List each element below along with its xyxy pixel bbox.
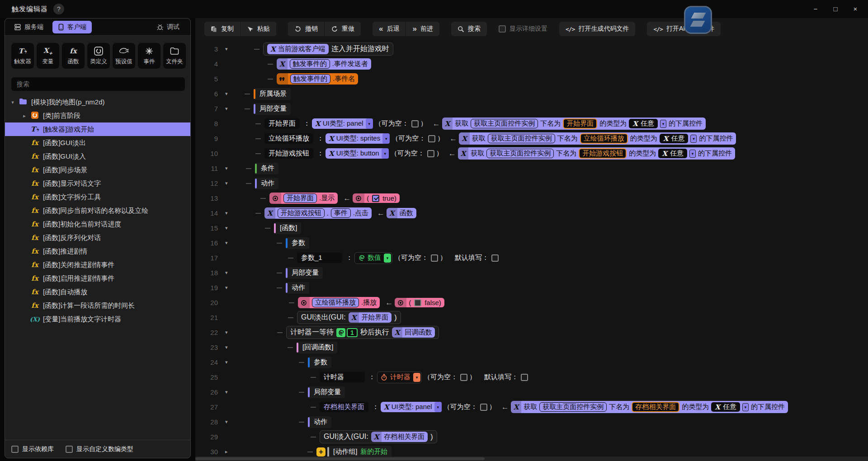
checkbox-empty[interactable] <box>521 374 528 381</box>
node-chip[interactable]: XUI类型: sprites▾ <box>326 133 390 144</box>
node-chip[interactable]: XUI类型: panel▾ <box>312 118 373 129</box>
chevron-down-icon[interactable]: ▾ <box>225 165 237 171</box>
any-type-box[interactable]: X任意 <box>660 134 689 143</box>
node-chip[interactable]: XUI类型: panel▾ <box>381 402 442 412</box>
name-input-box[interactable]: 立绘循环播放 <box>264 133 313 144</box>
checkbox-empty[interactable] <box>428 135 435 142</box>
maximize-button[interactable]: □ <box>829 3 842 15</box>
dropdown-arrow-icon[interactable]: ▾ <box>382 148 389 159</box>
tree-item[interactable]: fx[函数]文字拆分工具 <box>5 190 190 204</box>
section-label[interactable]: 所属场景 <box>254 88 291 100</box>
name-literal-box[interactable]: 开始界面 <box>563 118 597 129</box>
dropdown-arrow-icon[interactable]: ▾ <box>742 403 749 411</box>
footer-checkbox-显示依赖库[interactable]: 显示依赖库 <box>11 445 54 453</box>
chevron-down-icon[interactable]: ▾ <box>225 106 237 112</box>
value-box[interactable]: 触发事件的 <box>290 59 330 69</box>
chevron-right-icon[interactable]: ▸ <box>225 449 237 455</box>
horizontal-scrollbar[interactable] <box>195 456 868 461</box>
name-input-box[interactable]: 参数_1 <box>297 253 342 263</box>
tab-server[interactable]: 服务端 <box>9 21 49 33</box>
value-box[interactable]: 开始界面 <box>283 193 317 203</box>
tree-item[interactable]: fx[函数]自动播放 <box>5 285 190 299</box>
tree-item[interactable]: fx[函数]同步当前对话的名称以及立绘 <box>5 204 190 217</box>
dropdown-arrow-icon[interactable]: ▾ <box>690 135 697 143</box>
tree-item[interactable]: fx[函数]GUI淡出 <box>5 136 190 150</box>
value-box[interactable]: 开始游戏按钮 <box>278 208 325 218</box>
checkbox-empty[interactable] <box>491 254 499 262</box>
chevron-down-icon[interactable]: ▾ <box>225 344 237 350</box>
tool-folder-button[interactable]: 文件夹 <box>163 43 186 69</box>
section-label[interactable]: 动作 <box>308 416 331 428</box>
checkbox[interactable] <box>66 446 73 453</box>
tree-item[interactable]: Tϟ[触发器]游戏开始 <box>5 122 190 136</box>
value-box[interactable]: 获取主页面控件实例 <box>486 149 554 158</box>
dropdown-arrow-icon[interactable]: ▾ <box>413 373 420 382</box>
value-box[interactable]: 获取主页面控件实例 <box>488 134 555 143</box>
chevron-right-icon[interactable]: ▸ <box>21 113 28 119</box>
type-select-chip[interactable]: 数值▾ <box>354 252 392 264</box>
name-input-box[interactable]: 开始界面 <box>264 118 300 129</box>
node-chip[interactable]: X函数 <box>387 208 416 218</box>
footer-checkbox-显示自定义数编类型[interactable]: 显示自定义数编类型 <box>66 445 133 453</box>
section-label[interactable]: 局部变量 <box>254 103 291 115</box>
any-type-box[interactable]: X任意 <box>658 149 687 158</box>
minimize-button[interactable]: − <box>809 3 822 15</box>
search-input[interactable] <box>11 77 185 91</box>
detail-settings-checkbox[interactable]: 显示详细设置 <box>499 25 547 33</box>
node-chip[interactable]: (false) <box>395 298 444 307</box>
chevron-down-icon[interactable]: ▾ <box>9 99 16 105</box>
node-chip[interactable]: X当前游戏客户端 <box>267 44 329 54</box>
name-literal-box[interactable]: 存档相关界面 <box>632 402 679 412</box>
node-group[interactable]: X当前游戏客户端连入并开始游戏时 <box>263 42 393 56</box>
section-label[interactable]: 参数 <box>286 237 309 249</box>
chevron-down-icon[interactable]: ▾ <box>225 46 237 52</box>
name-literal-box[interactable]: 立绘循环播放 <box>580 133 628 144</box>
node-chip[interactable]: XUI类型: button▾ <box>326 148 389 159</box>
tree-item[interactable]: fx[函数]推进剧情 <box>5 245 190 258</box>
chevron-down-icon[interactable]: ▾ <box>225 91 237 97</box>
checkbox[interactable] <box>499 25 506 33</box>
dropdown-arrow-icon[interactable]: ▾ <box>689 150 696 158</box>
number-value[interactable]: 1 <box>336 328 358 337</box>
node-chip[interactable]: X回调函数 <box>392 327 435 338</box>
close-button[interactable]: × <box>849 3 862 15</box>
paste-button[interactable]: 粘贴 <box>240 22 276 36</box>
section-label[interactable]: 局部变量 <box>308 386 345 398</box>
open-code-button[interactable]: </>打开生成代码文件 <box>559 22 635 36</box>
tree-item[interactable]: fx[函数]同步场景 <box>5 163 190 177</box>
any-type-box[interactable]: X任意 <box>629 119 658 128</box>
type-select-chip[interactable]: 计时器▾ <box>377 372 422 383</box>
node-chip[interactable]: X存档相关界面 <box>371 432 428 442</box>
number-literal[interactable]: 1 <box>347 328 358 337</box>
chevron-down-icon[interactable]: ▾ <box>225 389 237 395</box>
section-label[interactable]: [动作组]新的开始 <box>327 446 392 457</box>
name-input-box[interactable]: 开始游戏按钮 <box>264 148 313 159</box>
node-group[interactable]: GUI淡出(GUI:X开始界面) <box>297 311 401 324</box>
chevron-down-icon[interactable]: ▾ <box>225 225 237 231</box>
chevron-down-icon[interactable]: ▾ <box>225 329 237 335</box>
node-chip[interactable]: 立绘循环播放.播放 <box>298 297 380 308</box>
chevron-down-icon[interactable]: ▾ <box>225 270 237 276</box>
checkbox-empty[interactable] <box>480 404 487 411</box>
chevron-down-icon[interactable]: ▾ <box>225 240 237 246</box>
value-box[interactable]: 事件 <box>331 208 351 218</box>
any-type-box[interactable]: X任意 <box>711 402 740 412</box>
dropdown-arrow-icon[interactable]: ▾ <box>660 120 666 128</box>
dropdown-arrow-icon[interactable]: ▾ <box>382 133 390 144</box>
value-box[interactable]: 触发事件的 <box>290 74 330 84</box>
tree-item[interactable]: fx[函数]启用推进剧情事件 <box>5 272 190 285</box>
tool-function-button[interactable]: fx函数 <box>62 43 85 69</box>
node-chip[interactable]: X获取获取主页面控件实例下名为立绘循环播放的类型为X任意▾的下属控件 <box>459 132 736 145</box>
chevron-down-icon[interactable]: ▾ <box>225 210 237 216</box>
chevron-down-icon[interactable]: ▾ <box>225 419 237 425</box>
name-input-box[interactable]: 存档相关界面 <box>320 402 368 412</box>
tool-classdef-button[interactable]: 类定义 <box>87 43 110 69</box>
name-literal-box[interactable]: 开始游戏按钮 <box>579 148 627 159</box>
value-box[interactable]: 获取主页面控件实例 <box>471 119 538 128</box>
forward-button[interactable]: »前进 <box>406 22 439 36</box>
help-icon[interactable]: ? <box>53 4 64 14</box>
section-label[interactable]: 动作 <box>255 178 278 189</box>
chevron-down-icon[interactable]: ▾ <box>225 285 237 291</box>
name-input-box[interactable]: 计时器 <box>320 372 365 382</box>
tool-preset-button[interactable]: 预设值 <box>113 43 135 69</box>
